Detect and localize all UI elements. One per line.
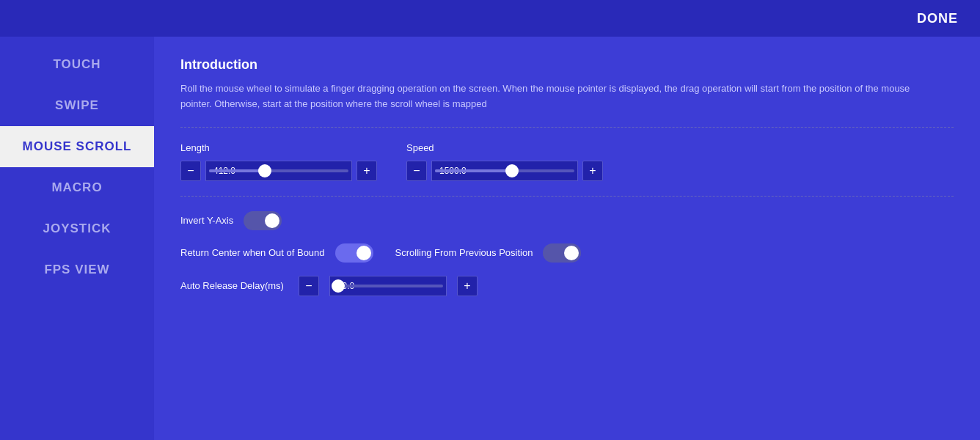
speed-slider-wrapper[interactable]: 1500.0 [431, 161, 578, 181]
main-layout: TOUCH SWIPE MOUSE SCROLL MACRO JOYSTICK … [0, 37, 980, 440]
length-increase-button[interactable]: + [356, 161, 377, 181]
scrolling-prev-label: Scrolling From Previous Position [395, 247, 533, 258]
return-scrolling-row: Return Center when Out of Bound Scrollin… [180, 243, 954, 263]
length-track [209, 169, 348, 172]
return-center-toggle[interactable] [335, 243, 373, 263]
sliders-row: Length − 412.0 + Speed [180, 142, 954, 181]
invert-y-label: Invert Y-Axis [180, 215, 233, 226]
length-fill [209, 169, 265, 172]
speed-decrease-button[interactable]: − [406, 161, 427, 181]
scrolling-prev-group: Scrolling From Previous Position [395, 243, 582, 263]
sidebar: TOUCH SWIPE MOUSE SCROLL MACRO JOYSTICK … [0, 37, 154, 440]
auto-release-increase-button[interactable]: + [457, 276, 478, 296]
invert-y-group: Invert Y-Axis [180, 211, 282, 230]
sidebar-item-macro[interactable]: MACRO [0, 167, 154, 208]
auto-release-track [333, 285, 443, 287]
return-center-label: Return Center when Out of Bound [180, 247, 325, 258]
done-button[interactable]: DONE [917, 11, 958, 26]
invert-y-row: Invert Y-Axis [180, 211, 954, 230]
content-panel: Introduction Roll the mouse wheel to sim… [154, 37, 980, 440]
speed-label: Speed [406, 142, 603, 153]
auto-release-thumb[interactable] [332, 279, 345, 293]
scrolling-prev-toggle[interactable] [543, 243, 581, 263]
section-description: Roll the mouse wheel to simulate a finge… [180, 81, 914, 112]
speed-track [435, 169, 574, 172]
length-label: Length [180, 142, 377, 153]
return-center-group: Return Center when Out of Bound [180, 243, 373, 263]
divider-1 [180, 127, 954, 128]
return-center-knob [356, 246, 371, 260]
speed-control: Speed − 1500.0 + [406, 142, 603, 181]
invert-y-toggle[interactable] [244, 211, 282, 230]
sidebar-item-fps-view[interactable]: FPS VIEW [0, 249, 154, 290]
auto-release-decrease-button[interactable]: − [299, 276, 319, 296]
length-slider-container: − 412.0 + [180, 161, 377, 181]
top-bar: DONE [0, 0, 980, 37]
length-thumb[interactable] [258, 164, 271, 177]
speed-thumb[interactable] [505, 164, 519, 177]
speed-increase-button[interactable]: + [582, 161, 603, 181]
length-slider-wrapper[interactable]: 412.0 [205, 161, 352, 181]
sidebar-item-swipe[interactable]: SWIPE [0, 85, 154, 126]
divider-2 [180, 196, 954, 197]
auto-release-label: Auto Release Delay(ms) [180, 280, 284, 291]
section-title: Introduction [180, 57, 954, 73]
sidebar-item-joystick[interactable]: JOYSTICK [0, 208, 154, 249]
speed-fill [435, 169, 512, 172]
sidebar-item-touch[interactable]: TOUCH [0, 44, 154, 85]
sidebar-item-mouse-scroll[interactable]: MOUSE SCROLL [0, 126, 154, 167]
length-control: Length − 412.0 + [180, 142, 377, 181]
auto-release-row: Auto Release Delay(ms) − 80.0 + [180, 276, 954, 296]
speed-slider-container: − 1500.0 + [406, 161, 603, 181]
length-decrease-button[interactable]: − [180, 161, 201, 181]
auto-release-slider-wrapper[interactable]: 80.0 [329, 276, 447, 296]
scrolling-prev-knob [564, 246, 579, 260]
invert-y-knob [265, 213, 279, 228]
